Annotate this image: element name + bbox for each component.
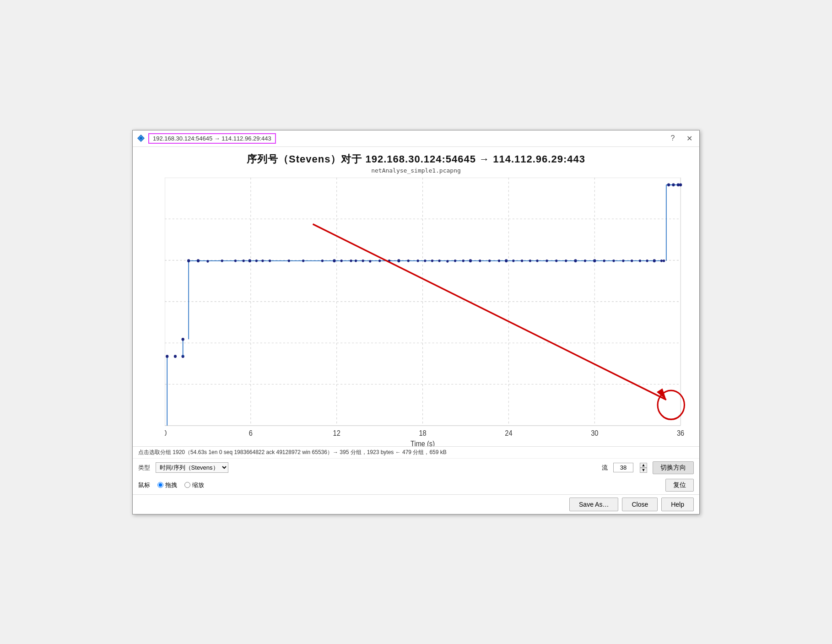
svg-point-62 [397, 259, 400, 262]
flow-up-button[interactable]: ▲ [640, 463, 647, 468]
svg-text:0: 0 [165, 429, 167, 437]
svg-point-63 [407, 259, 410, 262]
svg-point-82 [565, 259, 567, 262]
svg-point-65 [424, 259, 426, 262]
svg-point-80 [546, 259, 548, 262]
close-button[interactable]: Close [622, 498, 658, 511]
help-button-bottom[interactable]: Help [661, 498, 694, 511]
drag-radio-group[interactable]: 拖拽 [157, 481, 177, 489]
type-label: 类型 [138, 464, 150, 472]
svg-point-84 [584, 259, 586, 262]
svg-point-49 [261, 259, 264, 262]
chart-area[interactable]: 0 300 600 900 1200 1500 1800 0 6 12 18 2… [133, 178, 699, 446]
svg-point-98 [672, 183, 675, 186]
svg-point-56 [350, 259, 352, 262]
svg-point-76 [512, 259, 514, 262]
svg-point-87 [612, 259, 615, 262]
reset-button[interactable]: 复位 [665, 479, 694, 492]
svg-text:Time (s): Time (s) [411, 439, 435, 446]
svg-point-83 [574, 259, 577, 262]
svg-point-89 [631, 259, 633, 262]
svg-point-52 [302, 259, 304, 262]
titlebar: 192.168.30.124:54645 → 114.112.96.29:443… [133, 130, 699, 147]
svg-point-46 [243, 259, 245, 262]
svg-point-64 [417, 259, 419, 262]
svg-point-38 [182, 337, 184, 341]
save-as-button[interactable]: Save As… [569, 498, 618, 511]
svg-point-45 [234, 259, 237, 262]
svg-point-60 [378, 259, 381, 262]
svg-text:6: 6 [249, 429, 253, 437]
svg-point-74 [498, 259, 500, 262]
main-window: 192.168.30.124:54645 → 114.112.96.29:443… [132, 130, 700, 514]
svg-point-43 [206, 260, 209, 263]
svg-point-51 [288, 259, 290, 262]
svg-point-54 [333, 259, 335, 262]
svg-point-58 [362, 259, 364, 262]
svg-point-66 [431, 259, 433, 262]
svg-point-41 [187, 259, 190, 262]
svg-point-79 [536, 259, 538, 262]
svg-point-35 [174, 355, 177, 358]
svg-point-78 [529, 259, 531, 262]
titlebar-controls: ? ✕ [666, 132, 696, 145]
drag-label: 拖拽 [165, 481, 177, 489]
controls-row-1: 类型 时间/序列（Stevens） 流 ▲ ▼ 切换方向 [133, 458, 699, 477]
svg-point-44 [221, 259, 223, 262]
zoom-label: 缩放 [192, 481, 204, 489]
controls-row-2: 鼠标 拖拽 缩放 复位 [133, 477, 699, 494]
zoom-radio-group[interactable]: 缩放 [184, 481, 204, 489]
svg-point-73 [488, 259, 491, 262]
svg-point-94 [663, 259, 665, 262]
svg-point-71 [469, 259, 472, 262]
svg-point-2 [140, 137, 142, 140]
chart-title: 序列号（Stevens）对于 192.168.30.124:54645 → 11… [133, 147, 699, 167]
mouse-label: 鼠标 [138, 481, 150, 489]
svg-text:12: 12 [333, 429, 340, 437]
titlebar-title: 192.168.30.124:54645 → 114.112.96.29:443 [148, 133, 276, 144]
svg-point-90 [639, 259, 641, 262]
help-button[interactable]: ? [666, 132, 679, 145]
svg-point-81 [555, 259, 557, 262]
svg-point-67 [438, 259, 440, 262]
svg-point-97 [667, 183, 670, 186]
svg-point-57 [355, 259, 357, 262]
svg-point-55 [340, 259, 343, 262]
svg-point-53 [321, 259, 324, 262]
switch-direction-button[interactable]: 切换方向 [653, 461, 694, 474]
svg-point-34 [166, 355, 168, 358]
svg-point-48 [255, 259, 258, 262]
status-bar: 点击选取分组 1920（54.63s 1en 0 seq 1983664822 … [133, 446, 699, 458]
zoom-radio[interactable] [184, 482, 190, 488]
app-icon [136, 134, 146, 143]
svg-point-69 [454, 259, 456, 262]
svg-point-86 [603, 259, 605, 262]
drag-radio[interactable] [157, 482, 163, 488]
svg-text:30: 30 [591, 429, 598, 437]
flow-down-button[interactable]: ▼ [640, 468, 647, 473]
svg-point-72 [479, 259, 481, 262]
svg-point-50 [269, 259, 271, 262]
svg-point-92 [653, 259, 656, 262]
chart-subtitle: netAnalyse_simple1.pcapng [133, 167, 699, 174]
svg-point-59 [369, 260, 371, 263]
svg-text:24: 24 [505, 429, 513, 437]
flow-label: 流 [602, 464, 608, 472]
svg-point-75 [505, 259, 508, 262]
type-select[interactable]: 时间/序列（Stevens） [156, 462, 228, 473]
svg-point-70 [462, 259, 465, 262]
chart-svg[interactable]: 0 300 600 900 1200 1500 1800 0 6 12 18 2… [165, 178, 690, 446]
svg-point-42 [197, 259, 200, 262]
close-window-button[interactable]: ✕ [683, 132, 696, 145]
status-text: 点击选取分组 1920（54.63s 1en 0 seq 1983664822 … [138, 449, 447, 455]
svg-point-77 [521, 259, 523, 262]
svg-text:36: 36 [677, 429, 684, 437]
svg-point-85 [593, 259, 596, 262]
svg-text:18: 18 [419, 429, 426, 437]
flow-spinner[interactable]: ▲ ▼ [640, 463, 647, 473]
svg-point-47 [249, 259, 251, 262]
bottom-bar: Save As… Close Help [133, 494, 699, 514]
svg-line-101 [313, 224, 666, 400]
svg-point-88 [622, 259, 624, 262]
flow-input[interactable] [613, 463, 633, 472]
